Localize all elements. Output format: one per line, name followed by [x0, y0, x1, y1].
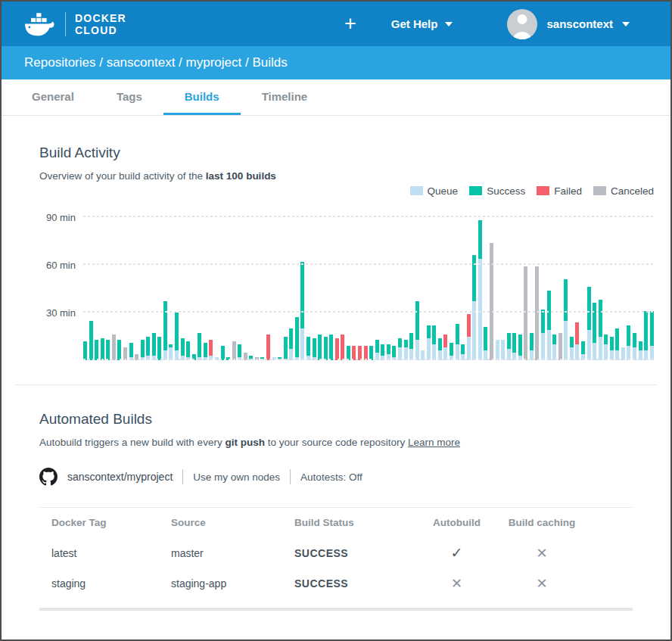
build-bar[interactable] — [501, 340, 505, 360]
build-bar[interactable] — [112, 335, 116, 360]
build-bar[interactable] — [650, 311, 654, 360]
build-bar[interactable] — [604, 335, 608, 360]
build-bar[interactable] — [381, 344, 384, 360]
build-bar[interactable] — [484, 327, 487, 360]
autobuild-cross-icon[interactable]: ✕ — [451, 576, 462, 591]
build-bar[interactable] — [181, 338, 185, 360]
build-bar[interactable] — [198, 333, 201, 360]
build-bar[interactable] — [518, 335, 522, 360]
build-caching-cross-icon[interactable]: ✕ — [536, 546, 547, 561]
create-button[interactable]: + — [344, 14, 356, 34]
build-bar[interactable] — [101, 338, 104, 360]
build-bar[interactable] — [512, 333, 516, 360]
user-menu[interactable]: sanscontext — [507, 9, 630, 39]
build-bar[interactable] — [570, 337, 574, 360]
build-bar[interactable] — [438, 338, 442, 360]
build-bar[interactable] — [490, 243, 493, 360]
build-bar[interactable] — [313, 338, 316, 360]
build-bar[interactable] — [443, 335, 447, 360]
build-bar[interactable] — [575, 322, 579, 360]
build-bar[interactable] — [289, 328, 293, 360]
build-bar[interactable] — [564, 279, 568, 360]
build-bar[interactable] — [398, 338, 402, 360]
build-bar[interactable] — [467, 314, 471, 360]
build-bar[interactable] — [599, 300, 602, 360]
autotests-label[interactable]: Autotests: Off — [300, 471, 362, 483]
tab-builds[interactable]: Builds — [163, 79, 241, 115]
build-bar[interactable] — [306, 337, 310, 360]
brand[interactable]: DOCKER CLOUD — [24, 12, 126, 36]
autobuild-check-icon[interactable]: ✓ — [451, 545, 463, 561]
build-bar[interactable] — [581, 341, 585, 360]
build-bar[interactable] — [524, 266, 527, 360]
tab-general[interactable]: General — [11, 79, 95, 115]
build-bar[interactable] — [450, 343, 453, 360]
build-bar[interactable] — [152, 333, 156, 360]
tab-timeline[interactable]: Timeline — [241, 79, 329, 115]
tab-tags[interactable]: Tags — [95, 79, 163, 115]
build-bar[interactable] — [324, 337, 328, 361]
build-bar[interactable] — [427, 325, 431, 360]
build-bar[interactable] — [163, 301, 167, 360]
build-bar[interactable] — [615, 328, 619, 360]
build-bar[interactable] — [552, 335, 556, 360]
build-bar[interactable] — [157, 337, 161, 361]
build-bar[interactable] — [404, 340, 408, 360]
build-bar[interactable] — [461, 344, 465, 360]
build-bar[interactable] — [335, 338, 339, 360]
build-bar[interactable] — [478, 220, 482, 360]
build-bar[interactable] — [232, 341, 236, 360]
bar-segment-success — [313, 338, 316, 357]
build-bar[interactable] — [175, 313, 179, 360]
build-bar[interactable] — [610, 337, 614, 360]
build-bar[interactable] — [341, 335, 344, 360]
build-bar[interactable] — [456, 324, 459, 360]
build-bar[interactable] — [146, 337, 150, 360]
build-bar[interactable] — [496, 340, 499, 360]
build-bar[interactable] — [117, 340, 121, 360]
build-bar[interactable] — [169, 344, 173, 360]
bar-segment-success — [570, 337, 574, 348]
bar-segment-success — [306, 337, 310, 356]
build-bar[interactable] — [627, 325, 630, 360]
breadcrumb[interactable]: Repositories / sanscontext / myproject /… — [2, 46, 670, 79]
learn-more-link[interactable]: Learn more — [408, 437, 460, 448]
build-bar[interactable] — [415, 301, 419, 360]
build-bar[interactable] — [141, 340, 145, 360]
build-bar[interactable] — [375, 340, 379, 360]
bar-segment-queue — [427, 338, 431, 360]
build-bar[interactable] — [535, 266, 539, 360]
build-bar[interactable] — [186, 341, 190, 360]
build-bar[interactable] — [129, 343, 133, 360]
build-bar[interactable] — [432, 325, 436, 360]
build-bar[interactable] — [238, 344, 241, 360]
build-bar[interactable] — [329, 335, 333, 360]
table-row[interactable]: latestmasterSUCCESS✓✕ — [39, 538, 633, 568]
build-bar[interactable] — [95, 340, 98, 360]
build-bar[interactable] — [284, 337, 288, 360]
build-bar[interactable] — [587, 287, 591, 360]
build-bar[interactable] — [409, 333, 413, 360]
build-bar[interactable] — [89, 321, 93, 361]
build-bar[interactable] — [204, 343, 207, 360]
build-bar[interactable] — [295, 317, 299, 360]
own-nodes-label[interactable]: Use my own nodes — [193, 471, 280, 483]
build-bar[interactable] — [83, 341, 87, 360]
build-bar[interactable] — [541, 310, 545, 360]
table-row[interactable]: stagingstaging-appSUCCESS✕✕ — [39, 568, 633, 599]
build-caching-cross-icon[interactable]: ✕ — [536, 576, 547, 591]
build-bar[interactable] — [639, 341, 642, 360]
build-bar[interactable] — [106, 340, 110, 360]
build-bar[interactable] — [472, 255, 476, 360]
build-bar[interactable] — [558, 333, 562, 360]
build-bar[interactable] — [266, 335, 270, 360]
get-help-menu[interactable]: Get Help — [391, 17, 453, 30]
build-bar[interactable] — [633, 333, 636, 360]
build-bar[interactable] — [318, 335, 322, 360]
build-bar[interactable] — [547, 291, 551, 360]
build-bar[interactable] — [387, 344, 390, 360]
build-bar[interactable] — [507, 333, 511, 360]
build-bar[interactable] — [644, 311, 648, 360]
build-bar[interactable] — [209, 340, 213, 360]
build-bar[interactable] — [530, 333, 534, 360]
